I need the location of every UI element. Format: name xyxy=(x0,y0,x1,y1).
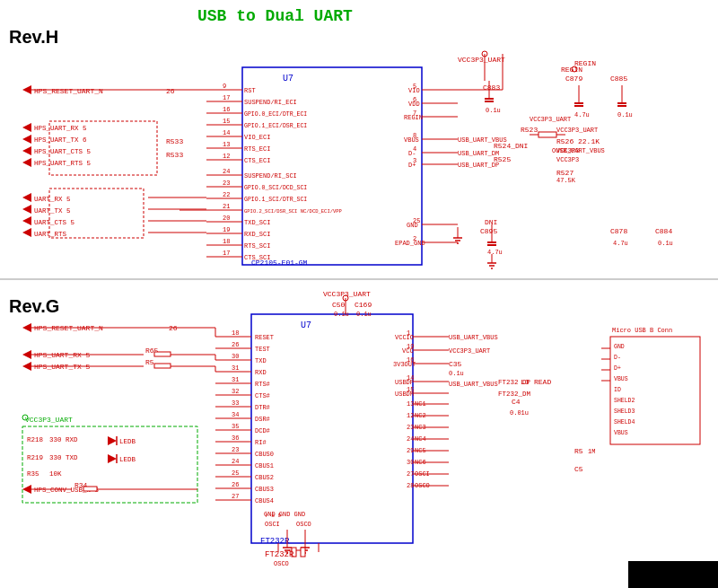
svg-text:OUSB_UART_VBUS: OUSB_UART_VBUS xyxy=(552,147,605,154)
svg-text:LEDB: LEDB xyxy=(119,438,136,445)
bottom-schematic-svg: U7 FT232R VCCIO 1 VCC 19 3V3OUT 16 USBDP… xyxy=(0,287,718,588)
svg-marker-261 xyxy=(22,350,31,359)
svg-text:VCC3P3_UART: VCC3P3_UART xyxy=(449,347,490,355)
svg-text:30: 30 xyxy=(407,459,414,466)
svg-text:7: 7 xyxy=(413,110,416,117)
svg-marker-290 xyxy=(22,485,31,494)
svg-text:RXD_SCI: RXD_SCI xyxy=(244,231,270,238)
svg-text:SHELD4: SHELD4 xyxy=(614,419,635,426)
svg-text:4.7u: 4.7u xyxy=(487,249,503,256)
svg-text:3: 3 xyxy=(413,157,416,164)
svg-text:0.1u: 0.1u xyxy=(334,311,349,318)
svg-text:31: 31 xyxy=(232,376,239,383)
svg-text:32: 32 xyxy=(232,388,239,395)
svg-text:HPS_UART_CTS 5: HPS_UART_CTS 5 xyxy=(34,148,92,155)
svg-text:GPIO.1_SCI/DTR_SCI: GPIO.1_SCI/DTR_SCI xyxy=(244,197,307,203)
svg-text:24: 24 xyxy=(223,168,230,175)
svg-text:R527: R527 xyxy=(556,169,574,177)
svg-text:23: 23 xyxy=(407,424,414,431)
bottom-schematic: U7 FT232R VCCIO 1 VCC 19 3V3OUT 16 USBDP… xyxy=(0,287,718,588)
svg-text:VCC3P3_UART: VCC3P3_UART xyxy=(556,127,598,134)
svg-text:23: 23 xyxy=(232,446,239,453)
svg-text:R533: R533 xyxy=(166,137,183,145)
svg-rect-241 xyxy=(610,337,700,444)
svg-text:L3: L3 xyxy=(521,378,530,386)
black-rectangle xyxy=(628,561,718,588)
svg-text:4: 4 xyxy=(413,145,416,153)
svg-rect-158 xyxy=(251,314,413,543)
svg-text:12: 12 xyxy=(407,412,414,419)
svg-text:18: 18 xyxy=(223,238,230,245)
section-divider xyxy=(0,278,718,280)
svg-rect-294 xyxy=(83,487,97,491)
svg-text:0.1u: 0.1u xyxy=(617,111,633,118)
svg-text:15: 15 xyxy=(223,118,230,125)
svg-text:33: 33 xyxy=(232,399,239,407)
top-schematic: U7 CP2105-F01-GM RST 9 SUSPEND/RI_ECI 17… xyxy=(0,49,718,278)
svg-text:SUSPEND/RI_SCI: SUSPEND/RI_SCI xyxy=(244,172,297,180)
svg-text:0.1u: 0.1u xyxy=(658,240,673,247)
svg-text:TXD_SCI: TXD_SCI xyxy=(244,219,270,226)
svg-text:C35: C35 xyxy=(449,360,462,368)
svg-text:CBUS4: CBUS4 xyxy=(255,497,274,505)
svg-marker-138 xyxy=(22,135,31,144)
svg-text:7  8  9: 7 8 9 xyxy=(265,513,281,519)
svg-text:U7: U7 xyxy=(283,74,293,83)
svg-text:R523: R523 xyxy=(521,126,538,134)
svg-text:DSR#: DSR# xyxy=(255,416,270,423)
svg-text:VBUS: VBUS xyxy=(614,430,628,436)
svg-text:LEDB: LEDB xyxy=(119,456,136,463)
svg-text:UART_TX 5: UART_TX 5 xyxy=(34,207,71,215)
svg-text:26: 26 xyxy=(232,341,239,348)
svg-text:USB_UART_DP: USB_UART_DP xyxy=(458,162,499,169)
svg-marker-137 xyxy=(22,123,31,132)
svg-text:C169: C169 xyxy=(355,301,372,309)
svg-rect-315 xyxy=(301,548,305,557)
svg-text:5: 5 xyxy=(413,83,416,90)
top-schematic-svg: U7 CP2105-F01-GM RST 9 SUSPEND/RI_ECI 17… xyxy=(0,49,718,278)
svg-marker-150 xyxy=(22,228,31,237)
svg-text:6: 6 xyxy=(413,96,416,103)
svg-rect-96 xyxy=(538,132,556,137)
svg-text:9: 9 xyxy=(223,83,226,90)
svg-text:C879: C879 xyxy=(565,75,582,83)
svg-text:RXD: RXD xyxy=(255,369,267,376)
svg-text:HPS_UART_TX 6: HPS_UART_TX 6 xyxy=(34,136,87,144)
svg-text:VBUS: VBUS xyxy=(614,376,628,382)
svg-text:0.1u: 0.1u xyxy=(449,370,464,377)
svg-text:VBUS: VBUS xyxy=(404,136,419,144)
svg-text:HPS_RESET_UART_N: HPS_RESET_UART_N xyxy=(34,87,103,95)
svg-text:8: 8 xyxy=(413,132,416,139)
svg-text:Micro USB B Conn: Micro USB B Conn xyxy=(612,327,672,334)
svg-text:UART_CTS 5: UART_CTS 5 xyxy=(34,219,75,226)
svg-text:C895: C895 xyxy=(480,227,497,235)
svg-text:R219: R219 xyxy=(27,454,43,461)
svg-text:GPIO.0_SCI/DCD_SCI: GPIO.0_SCI/DCD_SCI xyxy=(244,185,307,191)
svg-text:25: 25 xyxy=(413,217,420,224)
svg-text:R533: R533 xyxy=(166,151,183,159)
svg-text:DNI: DNI xyxy=(485,218,497,226)
svg-text:24: 24 xyxy=(232,458,239,465)
svg-text:C4: C4 xyxy=(512,398,521,406)
svg-text:26: 26 xyxy=(166,87,175,95)
svg-text:25: 25 xyxy=(232,470,239,477)
svg-text:R526 22.1K: R526 22.1K xyxy=(556,137,600,145)
svg-text:R5: R5 xyxy=(574,447,583,455)
svg-text:35: 35 xyxy=(232,423,239,430)
svg-text:36: 36 xyxy=(232,434,239,442)
svg-text:REGIN: REGIN xyxy=(574,59,596,67)
svg-text:DCD#: DCD# xyxy=(255,427,270,434)
svg-text:GPIO.2_SCI/DSR_SCI NC/DCD_ECI/: GPIO.2_SCI/DSR_SCI NC/DCD_ECI/VPP xyxy=(244,208,342,215)
svg-text:RTS_SCI: RTS_SCI xyxy=(244,242,270,250)
svg-text:FT232_DM: FT232_DM xyxy=(498,391,531,398)
svg-text:19: 19 xyxy=(223,226,230,233)
svg-marker-280 xyxy=(108,436,117,445)
svg-text:CTS#: CTS# xyxy=(255,392,270,399)
svg-text:RTS_ECI: RTS_ECI xyxy=(244,145,270,153)
svg-text:16: 16 xyxy=(223,106,230,113)
svg-text:18: 18 xyxy=(232,329,239,337)
svg-text:28: 28 xyxy=(407,482,414,489)
svg-text:10K: 10K xyxy=(49,470,62,478)
svg-text:23: 23 xyxy=(223,180,230,187)
svg-text:VCC3P3_UART: VCC3P3_UART xyxy=(530,116,571,123)
